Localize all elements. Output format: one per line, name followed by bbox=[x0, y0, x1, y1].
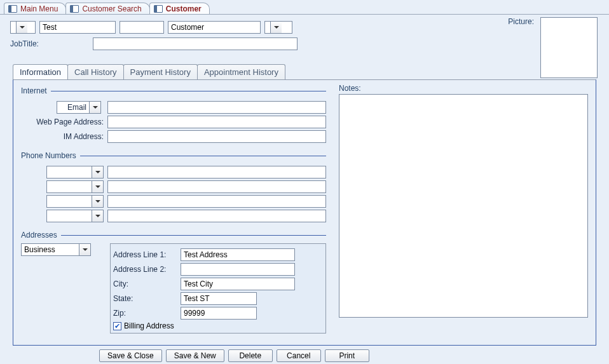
tab-information[interactable]: Information bbox=[13, 64, 68, 79]
billing-label: Billing Address bbox=[124, 321, 174, 330]
email-type-value: Email bbox=[57, 102, 89, 113]
cancel-button[interactable]: Cancel bbox=[277, 349, 321, 362]
addr-line1-input[interactable]: Test Address bbox=[181, 248, 295, 261]
im-input[interactable] bbox=[107, 130, 326, 143]
form-body: Test Customer JobTitle: Picture: Informa… bbox=[0, 14, 609, 364]
chevron-down-icon[interactable] bbox=[92, 166, 103, 178]
form-icon bbox=[70, 5, 79, 13]
delete-button[interactable]: Delete bbox=[228, 349, 273, 362]
chevron-down-icon[interactable] bbox=[270, 22, 282, 33]
tab-call-history[interactable]: Call History bbox=[67, 64, 123, 79]
phone-type-combo[interactable] bbox=[46, 195, 104, 208]
middle-name-input[interactable] bbox=[120, 21, 164, 34]
addr-city-label: City: bbox=[113, 280, 177, 288]
address-panel: Address Line 1: Test Address Address Lin… bbox=[110, 243, 326, 334]
group-phone: Phone Numbers bbox=[21, 151, 326, 224]
addr-line2-input[interactable] bbox=[181, 263, 295, 276]
checkbox-icon[interactable]: ✔ bbox=[113, 322, 121, 330]
notes-label: Notes: bbox=[339, 84, 361, 93]
phone-type-combo[interactable] bbox=[46, 210, 104, 222]
window-tab-bar: Main Menu Customer Search Customer bbox=[0, 0, 609, 14]
address-type-value: Business bbox=[22, 244, 79, 255]
jobtitle-label: JobTitle: bbox=[10, 39, 89, 48]
phone-input[interactable] bbox=[107, 195, 326, 208]
window-tab-customer-search[interactable]: Customer Search bbox=[65, 3, 149, 15]
phone-type-value bbox=[47, 196, 92, 207]
email-type-combo[interactable]: Email bbox=[57, 101, 101, 114]
email-input[interactable] bbox=[107, 101, 326, 114]
phone-type-value bbox=[47, 181, 92, 192]
chevron-down-icon[interactable] bbox=[16, 22, 27, 33]
group-legend: Phone Numbers bbox=[21, 151, 80, 160]
group-internet: Internet Email Web Page Address: bbox=[21, 86, 326, 145]
window-tab-label: Customer Search bbox=[82, 4, 141, 13]
first-name-input[interactable]: Test bbox=[39, 21, 116, 34]
information-page: Internet Email Web Page Address: bbox=[13, 79, 596, 346]
save-new-button[interactable]: Save & New bbox=[166, 349, 224, 362]
window-tab-main-menu[interactable]: Main Menu bbox=[4, 3, 66, 15]
window-tab-label: Customer bbox=[166, 4, 202, 13]
window-tab-customer[interactable]: Customer bbox=[149, 3, 210, 15]
picture-label: Picture: bbox=[508, 17, 534, 26]
prefix-combo[interactable] bbox=[10, 21, 36, 34]
phone-type-value bbox=[47, 166, 92, 178]
phone-input[interactable] bbox=[107, 166, 326, 179]
chevron-down-icon[interactable] bbox=[92, 196, 103, 207]
button-row: Save & Close Save & New Delete Cancel Pr… bbox=[99, 349, 599, 362]
group-legend: Internet bbox=[21, 86, 51, 95]
suffix-combo[interactable] bbox=[264, 21, 292, 34]
phone-type-value bbox=[47, 210, 92, 222]
save-close-button[interactable]: Save & Close bbox=[99, 349, 162, 362]
chevron-down-icon[interactable] bbox=[79, 244, 90, 255]
window-tab-label: Main Menu bbox=[20, 4, 58, 13]
addr-state-input[interactable]: Test ST bbox=[181, 292, 257, 305]
chevron-down-icon[interactable] bbox=[92, 210, 103, 222]
addr-zip-label: Zip: bbox=[113, 309, 177, 318]
notes-input[interactable] bbox=[339, 94, 588, 318]
addr-zip-input[interactable]: 99999 bbox=[181, 307, 257, 320]
web-input[interactable] bbox=[107, 116, 326, 128]
form-icon bbox=[154, 5, 163, 13]
im-label: IM Address: bbox=[21, 132, 104, 141]
address-type-combo[interactable]: Business bbox=[21, 243, 91, 256]
chevron-down-icon[interactable] bbox=[89, 102, 100, 113]
tab-payment-history[interactable]: Payment History bbox=[123, 64, 198, 79]
phone-type-combo[interactable] bbox=[46, 180, 104, 193]
print-button[interactable]: Print bbox=[325, 349, 369, 362]
group-legend: Addresses bbox=[21, 231, 61, 239]
picture-area: Picture: bbox=[508, 17, 598, 78]
phone-input[interactable] bbox=[107, 210, 326, 222]
suffix-value bbox=[265, 22, 270, 33]
addr-city-input[interactable]: Test City bbox=[181, 278, 295, 290]
picture-box[interactable] bbox=[540, 17, 598, 78]
addr-line2-label: Address Line 2: bbox=[113, 265, 177, 274]
phone-type-combo[interactable] bbox=[46, 166, 104, 179]
prefix-value bbox=[11, 22, 16, 33]
jobtitle-input[interactable] bbox=[93, 37, 298, 50]
web-label: Web Page Address: bbox=[21, 118, 104, 126]
chevron-down-icon[interactable] bbox=[92, 181, 103, 192]
phone-input[interactable] bbox=[107, 180, 326, 193]
addr-line1-label: Address Line 1: bbox=[113, 250, 177, 259]
group-addresses: Addresses Business Address Line 1: Test bbox=[21, 231, 326, 334]
last-name-input[interactable]: Customer bbox=[168, 21, 261, 34]
billing-checkbox-row[interactable]: ✔ Billing Address bbox=[113, 321, 323, 330]
addr-state-label: State: bbox=[113, 294, 177, 303]
form-icon bbox=[8, 5, 17, 13]
tab-appointment-history[interactable]: Appointment History bbox=[197, 64, 285, 79]
